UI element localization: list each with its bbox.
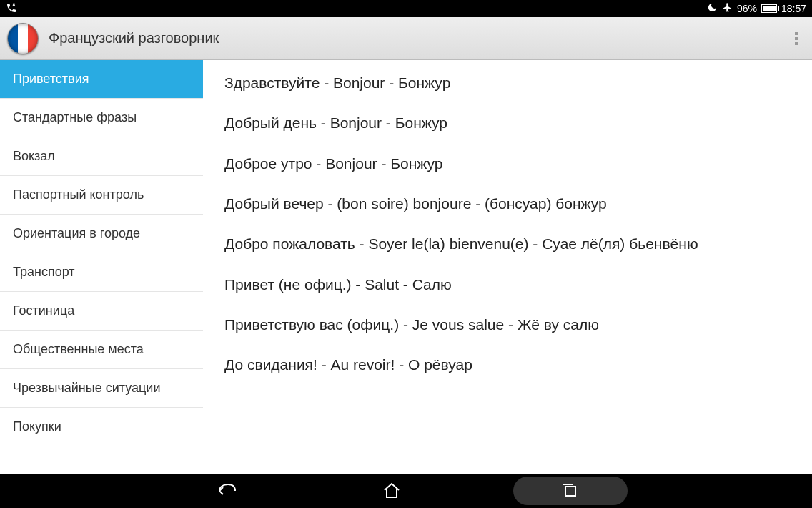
moon-icon: [707, 2, 718, 15]
navigation-bar: [0, 474, 812, 508]
sidebar-item-label: Чрезвычайные ситуации: [13, 381, 160, 395]
phrase-item[interactable]: Добрый вечер - (bon soire) bonjoure - (б…: [224, 194, 795, 214]
phrase-text: Здравствуйте - Bonjour - Бонжур: [224, 74, 450, 91]
sidebar-item-label: Приветствия: [13, 72, 89, 86]
phrase-text: Добро пожаловать - Soyer le(la) bienvenu…: [224, 235, 698, 252]
battery-percent: 96%: [737, 3, 757, 14]
phrase-text: Добрый вечер - (bon soire) bonjoure - (б…: [224, 195, 607, 212]
phrase-item[interactable]: Здравствуйте - Bonjour - Бонжур: [224, 73, 795, 93]
france-flag-icon: [7, 23, 39, 54]
phrase-item[interactable]: До свидания! - Au revoir! - О рёвуар: [224, 355, 795, 375]
sidebar-item-label: Транспорт: [13, 265, 75, 279]
phrase-text: Доброе утро - Bonjour - Бонжур: [224, 155, 443, 172]
clock-time: 18:57: [781, 3, 806, 14]
app-title: Французский разговорник: [49, 30, 219, 47]
sidebar-item-city-orientation[interactable]: Ориентация в городе: [0, 215, 203, 253]
sidebar-item-standard-phrases[interactable]: Стандартные фразы: [0, 99, 203, 137]
overflow-menu-button[interactable]: [788, 25, 805, 52]
sidebar-item-label: Ориентация в городе: [13, 226, 140, 240]
sidebar-item-passport-control[interactable]: Паспортный контроль: [0, 176, 203, 215]
phrase-text: Добрый день - Bonjour - Бонжур: [224, 114, 447, 131]
sidebar-item-label: Гостиница: [13, 303, 74, 318]
sidebar-item-label: Вокзал: [13, 149, 55, 163]
app-header: Французский разговорник: [0, 17, 812, 60]
category-sidebar: Приветствия Стандартные фразы Вокзал Пас…: [0, 60, 203, 474]
status-bar: 96% 18:57: [0, 0, 812, 17]
phrase-item[interactable]: Добро пожаловать - Soyer le(la) bienvenu…: [224, 234, 795, 254]
phrase-item[interactable]: Приветствую вас (офиц.) - Je vous salue …: [224, 315, 795, 335]
airplane-icon: [722, 2, 733, 15]
sidebar-item-label: Паспортный контроль: [13, 187, 144, 202]
phrase-text: Приветствую вас (офиц.) - Je vous salue …: [224, 316, 599, 333]
sidebar-item-label: Стандартные фразы: [13, 110, 137, 124]
sidebar-item-greetings[interactable]: Приветствия: [0, 60, 203, 99]
phrase-item[interactable]: Добрый день - Bonjour - Бонжур: [224, 113, 795, 133]
home-button[interactable]: [349, 477, 435, 505]
phrase-item[interactable]: Привет (не офиц.) - Salut - Салю: [224, 275, 795, 295]
sidebar-item-station[interactable]: Вокзал: [0, 137, 203, 176]
sidebar-item-shopping[interactable]: Покупки: [0, 408, 203, 446]
sidebar-item-transport[interactable]: Транспорт: [0, 253, 203, 292]
sidebar-item-emergencies[interactable]: Чрезвычайные ситуации: [0, 369, 203, 408]
phone-missed-icon: [6, 2, 17, 16]
sidebar-item-label: Покупки: [13, 419, 61, 434]
sidebar-item-public-places[interactable]: Общественные места: [0, 331, 203, 369]
svg-rect-0: [565, 487, 575, 496]
recent-apps-button[interactable]: [513, 477, 628, 505]
phrase-list[interactable]: Здравствуйте - Bonjour - Бонжур Добрый д…: [203, 60, 812, 474]
phrase-text: До свидания! - Au revoir! - О рёвуар: [224, 356, 472, 373]
phrase-item[interactable]: Доброе утро - Bonjour - Бонжур: [224, 154, 795, 174]
sidebar-item-hotel[interactable]: Гостиница: [0, 292, 203, 331]
phrase-text: Привет (не офиц.) - Salut - Салю: [224, 276, 452, 293]
battery-icon: [761, 4, 777, 13]
back-button[interactable]: [184, 477, 270, 505]
sidebar-item-label: Общественные места: [13, 342, 144, 356]
